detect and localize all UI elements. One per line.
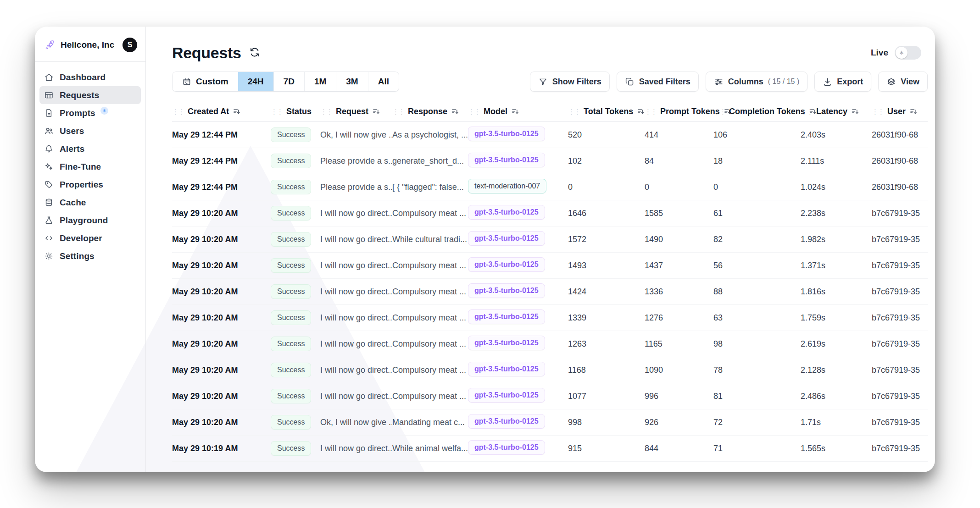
cell-status: Success <box>271 310 320 325</box>
cell-prompt-tokens: 1490 <box>645 235 713 244</box>
cell-created-at: May 29 12:44 PM <box>172 156 271 166</box>
beta-badge-icon: ∗ <box>100 107 108 115</box>
table-row[interactable]: May 29 10:20 AM Success I will now go di… <box>172 279 928 305</box>
cell-latency: 2.403s <box>801 130 872 140</box>
sidebar-item-users[interactable]: Users <box>39 122 141 140</box>
sidebar-item-fine-tune[interactable]: Fine-Tune <box>39 158 141 176</box>
sidebar-item-dashboard[interactable]: Dashboard <box>39 68 141 86</box>
column-header-prompt-tokens[interactable]: ⋮⋮ Prompt Tokens <box>645 107 713 116</box>
sidebar-item-requests[interactable]: Requests <box>39 86 141 104</box>
saved-filters-button[interactable]: Saved Filters <box>617 72 699 92</box>
table-row[interactable]: May 29 10:20 AM Success I will now go di… <box>172 253 928 279</box>
column-header-model[interactable]: ⋮⋮ Model <box>468 107 568 116</box>
sidebar-item-developer[interactable]: Developer <box>39 229 141 247</box>
cell-latency: 2.128s <box>801 365 872 375</box>
cell-created-at: May 29 10:20 AM <box>172 392 271 401</box>
cell-user: b7c67919-35 <box>872 235 928 244</box>
table-row[interactable]: May 29 12:44 PM Success Please provide a… <box>172 148 928 174</box>
time-range-all[interactable]: All <box>368 72 399 91</box>
column-header-response[interactable]: ⋮⋮ Response <box>392 107 468 116</box>
cell-model: gpt-3.5-turbo-0125 <box>468 336 568 353</box>
column-header-request[interactable]: ⋮⋮ Request <box>320 107 392 116</box>
sort-icon[interactable] <box>451 107 460 116</box>
columns-button[interactable]: Columns ( 15 / 15 ) <box>706 72 808 92</box>
cell-response: Compulsory meat ... <box>392 313 468 323</box>
show-filters-button[interactable]: Show Filters <box>530 72 610 92</box>
avatar[interactable]: S <box>122 38 137 52</box>
app-window: Helicone, Inc S Dashboard Requests Promp… <box>35 27 935 472</box>
sidebar-item-alerts[interactable]: Alerts <box>39 140 141 158</box>
live-toggle[interactable]: ∗ <box>895 46 921 60</box>
sidebar-item-cache[interactable]: Cache <box>39 193 141 211</box>
table-row[interactable]: May 29 12:44 PM Success Ok, I will now g… <box>172 122 928 148</box>
sidebar-item-properties[interactable]: Properties <box>39 176 141 193</box>
cell-response: Compulsory meat ... <box>392 365 468 375</box>
refresh-button[interactable] <box>249 46 262 59</box>
status-badge: Success <box>271 154 311 168</box>
title-row: Requests Live ∗ <box>172 42 928 63</box>
cell-model: gpt-3.5-turbo-0125 <box>468 440 568 457</box>
drag-handle-icon: ⋮⋮ <box>645 108 657 115</box>
time-range-24h[interactable]: 24H <box>238 72 273 91</box>
cell-completion-tokens: 82 <box>713 235 801 244</box>
table-row[interactable]: May 29 10:20 AM Success I will now go di… <box>172 383 928 409</box>
sidebar-item-prompts[interactable]: Prompts ∗ <box>39 104 141 122</box>
cell-user: 26031f90-68 <box>872 130 928 140</box>
code-icon <box>44 233 54 243</box>
model-badge: gpt-3.5-turbo-0125 <box>468 440 545 455</box>
time-range-7d[interactable]: 7D <box>273 72 304 91</box>
cell-latency: 1.816s <box>801 287 872 297</box>
model-badge: gpt-3.5-turbo-0125 <box>468 388 545 403</box>
org-switcher[interactable]: Helicone, Inc S <box>35 38 145 61</box>
sort-icon[interactable] <box>233 107 241 116</box>
cell-model: text-moderation-007 <box>468 179 568 196</box>
table-row[interactable]: May 29 10:20 AM Success I will now go di… <box>172 200 928 226</box>
cell-prompt-tokens: 414 <box>645 130 713 140</box>
beaker-icon <box>44 215 54 225</box>
main-content: Requests Live ∗ Custom 24H7D1M3MAll <box>146 27 935 472</box>
column-header-created-at[interactable]: ⋮⋮ Created At <box>172 107 271 116</box>
sort-icon[interactable] <box>851 107 860 116</box>
cell-status: Success <box>271 258 320 273</box>
sort-icon[interactable] <box>372 107 381 116</box>
sidebar-item-settings[interactable]: Settings <box>39 247 141 265</box>
cell-request: Ok, I will now give ... <box>320 130 392 140</box>
cell-latency: 1.024s <box>801 182 872 192</box>
time-range-3m[interactable]: 3M <box>336 72 368 91</box>
cell-status: Success <box>271 441 320 456</box>
cell-total-tokens: 1646 <box>568 209 645 218</box>
export-button[interactable]: Export <box>814 72 871 92</box>
users-icon <box>44 126 54 136</box>
table-row[interactable]: May 29 10:20 AM Success I will now go di… <box>172 331 928 357</box>
column-header-status[interactable]: ⋮⋮ Status <box>271 107 320 116</box>
filter-row: Custom 24H7D1M3MAll Show Filters Saved F… <box>172 71 928 93</box>
column-header-user[interactable]: ⋮⋮ User <box>872 107 928 116</box>
table-row[interactable]: May 29 10:20 AM Success I will now go di… <box>172 357 928 383</box>
table-row[interactable]: May 29 10:19 AM Success I will now go di… <box>172 436 928 462</box>
column-header-latency[interactable]: ⋮⋮ Latency <box>801 107 872 116</box>
cell-completion-tokens: 78 <box>713 365 801 375</box>
rocket-icon <box>44 39 55 50</box>
column-header-total-tokens[interactable]: ⋮⋮ Total Tokens <box>568 107 645 116</box>
cell-user: 26031f90-68 <box>872 156 928 166</box>
column-header-completion-tokens[interactable]: ⋮⋮ Completion Tokens <box>713 107 801 116</box>
cell-total-tokens: 915 <box>568 444 645 453</box>
view-button[interactable]: View <box>878 72 928 92</box>
time-range-custom[interactable]: Custom <box>173 72 238 91</box>
sidebar-item-playground[interactable]: Playground <box>39 211 141 229</box>
cell-request: I will now go direct... <box>320 392 392 401</box>
table-row[interactable]: May 29 10:20 AM Success I will now go di… <box>172 226 928 253</box>
cell-completion-tokens: 63 <box>713 313 801 323</box>
table-row[interactable]: May 29 10:20 AM Success Ok, I will now g… <box>172 409 928 436</box>
org-name: Helicone, Inc <box>61 40 117 50</box>
table-row[interactable]: May 29 10:20 AM Success I will now go di… <box>172 305 928 331</box>
sort-icon[interactable] <box>511 107 520 116</box>
drag-handle-icon: ⋮⋮ <box>392 108 404 115</box>
status-badge: Success <box>271 337 311 351</box>
drag-handle-icon: ⋮⋮ <box>713 108 725 115</box>
cell-user: 26031f90-68 <box>872 182 928 192</box>
table-row[interactable]: May 29 12:44 PM Success Please provide a… <box>172 174 928 200</box>
time-range-1m[interactable]: 1M <box>304 72 336 91</box>
cell-prompt-tokens: 1165 <box>645 339 713 349</box>
sort-icon[interactable] <box>909 107 918 116</box>
